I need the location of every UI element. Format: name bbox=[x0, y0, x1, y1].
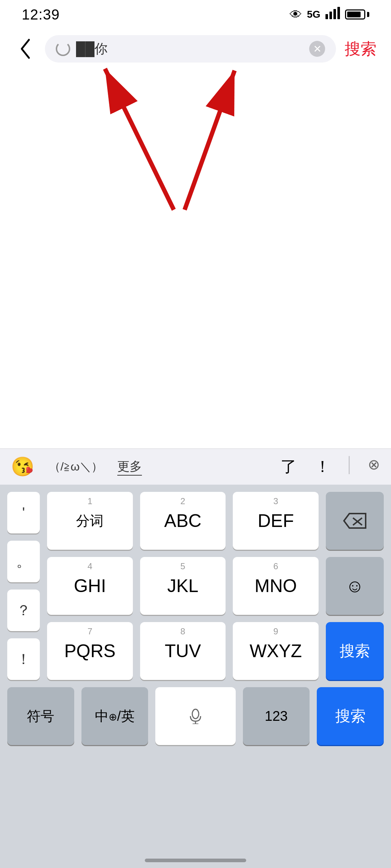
backspace-icon bbox=[342, 512, 367, 530]
close-suggestion-button[interactable]: ⊗ bbox=[368, 456, 380, 477]
space-key[interactable] bbox=[155, 687, 236, 745]
key-mno[interactable]: 6 MNO bbox=[233, 557, 319, 615]
key-label: ABC bbox=[164, 510, 202, 531]
suggestion-char-le[interactable]: 了 bbox=[281, 456, 297, 477]
numbers-key[interactable]: 123 bbox=[243, 687, 310, 745]
key-fenci[interactable]: 1 分词 bbox=[47, 492, 133, 550]
search-input-wrapper[interactable]: ██你 ✕ bbox=[45, 35, 336, 63]
search-button[interactable]: 搜索 bbox=[345, 38, 377, 60]
status-bar: 12:39 👁 5G bbox=[0, 0, 391, 29]
keyboard-row-2: 4 GHI 5 JKL 6 MNO ☺ bbox=[47, 557, 384, 615]
key-abc[interactable]: 2 ABC bbox=[140, 492, 226, 550]
emoji-button[interactable]: 😘 bbox=[11, 456, 34, 478]
keyboard-suggestion-bar: 😘 （/≧ω＼） 更多 了 ！ ⊗ bbox=[0, 448, 391, 485]
5g-icon: 5G bbox=[307, 9, 320, 20]
svg-point-10 bbox=[192, 709, 199, 719]
search-key-blue[interactable]: 搜索 bbox=[326, 622, 384, 680]
key-jkl[interactable]: 5 JKL bbox=[140, 557, 226, 615]
search-bottom-key[interactable]: 搜索 bbox=[317, 687, 384, 745]
back-button[interactable] bbox=[14, 38, 36, 60]
svg-line-6 bbox=[185, 71, 235, 210]
svg-rect-3 bbox=[337, 7, 340, 19]
eye-icon: 👁 bbox=[290, 8, 302, 22]
svg-rect-0 bbox=[325, 14, 328, 19]
signal-icon bbox=[325, 7, 340, 22]
more-button[interactable]: 更多 bbox=[117, 458, 142, 476]
keyboard-row-3: 7 PQRS 8 TUV 9 WXYZ 搜索 bbox=[47, 622, 384, 680]
key-pqrs[interactable]: 7 PQRS bbox=[47, 622, 133, 680]
clear-button[interactable]: ✕ bbox=[309, 41, 325, 57]
key-tuv[interactable]: 8 TUV bbox=[140, 622, 226, 680]
key-label: TUV bbox=[165, 641, 201, 661]
punct-key-period[interactable]: 。 bbox=[7, 541, 40, 582]
svg-line-5 bbox=[105, 69, 174, 210]
key-label: 分词 bbox=[76, 512, 104, 530]
search-input[interactable]: ██你 bbox=[76, 40, 303, 58]
key-label: PQRS bbox=[64, 641, 115, 661]
key-label: WXYZ bbox=[249, 641, 302, 661]
keyboard-row-1: 1 分词 2 ABC 3 DEF bbox=[47, 492, 384, 550]
backspace-key[interactable] bbox=[326, 492, 384, 550]
key-label: DEF bbox=[258, 510, 294, 531]
emoji-face-icon: ☺ bbox=[345, 575, 364, 596]
key-label: MNO bbox=[255, 575, 297, 596]
key-def[interactable]: 3 DEF bbox=[233, 492, 319, 550]
punct-key-comma[interactable]: ' bbox=[7, 492, 40, 533]
loading-spinner bbox=[56, 42, 70, 56]
microphone-icon bbox=[188, 708, 203, 724]
suggestion-char-exclaim[interactable]: ！ bbox=[315, 456, 331, 477]
home-indicator bbox=[145, 859, 246, 862]
search-key-label: 搜索 bbox=[340, 641, 370, 661]
divider bbox=[349, 456, 350, 474]
status-time: 12:39 bbox=[22, 7, 60, 23]
keyboard-bottom-row: 符号 中⊕/英 123 搜索 bbox=[0, 687, 391, 745]
kaomoji-text[interactable]: （/≧ω＼） bbox=[49, 459, 103, 475]
punct-key-question[interactable]: ？ bbox=[7, 590, 40, 631]
svg-marker-7 bbox=[344, 514, 366, 528]
key-wxyz[interactable]: 9 WXYZ bbox=[233, 622, 319, 680]
chinese-eng-key[interactable]: 中⊕/英 bbox=[81, 687, 148, 745]
svg-rect-2 bbox=[333, 9, 336, 19]
punctuation-column: ' 。 ？ ！ bbox=[7, 492, 40, 680]
svg-rect-1 bbox=[329, 12, 332, 19]
symbols-key[interactable]: 符号 bbox=[7, 687, 74, 745]
battery-icon bbox=[345, 9, 369, 20]
key-label: JKL bbox=[167, 575, 198, 596]
key-ghi[interactable]: 4 GHI bbox=[47, 557, 133, 615]
suggestion-chars: 了 ！ ⊗ bbox=[281, 456, 380, 477]
keyboard: ' 。 ？ ！ 1 分词 2 ABC 3 DEF bbox=[0, 485, 391, 868]
emoji-key[interactable]: ☺ bbox=[326, 557, 384, 615]
key-label: GHI bbox=[74, 575, 106, 596]
punct-key-exclaim[interactable]: ！ bbox=[7, 638, 40, 680]
search-bar-row: ██你 ✕ 搜索 bbox=[0, 29, 391, 69]
status-icons: 👁 5G bbox=[290, 7, 369, 22]
